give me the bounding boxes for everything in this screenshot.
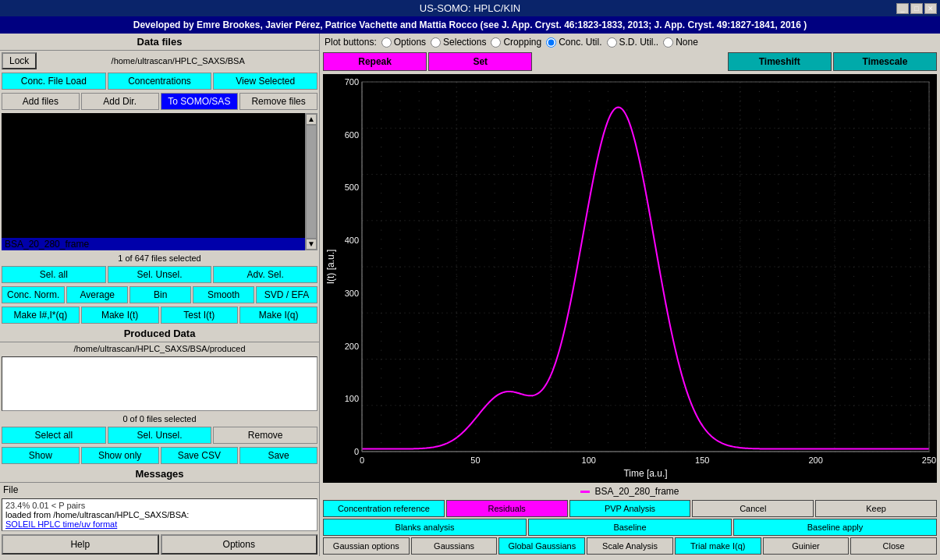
show-only-button[interactable]: Show only: [81, 447, 159, 464]
make-iq-button[interactable]: Make I(q): [239, 307, 317, 324]
baseline-button[interactable]: Baseline: [528, 519, 732, 536]
test-it-button[interactable]: Test I(t): [161, 307, 239, 324]
radio-none: None: [663, 37, 698, 48]
options-button[interactable]: Options: [161, 534, 318, 555]
concentrations-button[interactable]: Concentrations: [108, 73, 212, 90]
make-it-button[interactable]: Make I(t): [81, 307, 159, 324]
save-button[interactable]: Save: [239, 447, 317, 464]
conc-view-row: Conc. File Load Concentrations View Sele…: [0, 71, 319, 91]
cancel-button[interactable]: Cancel: [692, 500, 814, 517]
bin-button[interactable]: Bin: [129, 286, 191, 303]
message-line: SOLEIL HPLC time/uv format: [5, 519, 314, 529]
radio-options-input[interactable]: [381, 37, 392, 48]
global-gaussians-button[interactable]: Global Gaussians: [498, 537, 585, 555]
timescale-button[interactable]: Timescale: [833, 52, 937, 71]
file-item[interactable]: BSA_20_HPLC__lt_q0_171583-bi-0_114737-0s: [2, 126, 305, 138]
file-item[interactable]: BSA_20_HPLC__lt_q0_176367-bi-0_311039-0s: [2, 200, 305, 213]
conc-norm-button[interactable]: Conc. Norm.: [2, 286, 65, 303]
radio-options-label: Options: [394, 37, 426, 48]
produced-btns-row1: Select all Sel. Unsel. Remove: [0, 425, 319, 445]
close-button[interactable]: Close: [850, 537, 937, 555]
data-files-header: Data files: [0, 34, 319, 51]
make-i-hash-button[interactable]: Make I#,I*(q): [2, 307, 80, 324]
radio-conc-util-input[interactable]: [546, 37, 556, 48]
make-row: Make I#,I*(q) Make I(t) Test I(t) Make I…: [0, 305, 319, 325]
view-selected-button[interactable]: View Selected: [213, 73, 317, 90]
file-item[interactable]: BSA_20_HPLC__lt_q0_171079-bi-0_281512-0s: [2, 113, 305, 126]
chart-canvas: [323, 74, 937, 483]
file-item[interactable]: BSA_20_HPLC__lt_q0_175863-bi-0_13646-0s: [2, 188, 305, 200]
radio-options: Options: [381, 37, 426, 48]
radio-none-input[interactable]: [663, 37, 673, 48]
data-path: /home/ultrascan/HPLC_SAXS/BSA: [38, 56, 317, 66]
file-item[interactable]: BSA_20_HPLC__lt_q0_173345-bi-0_843001-0s: [2, 163, 305, 175]
scroll-down-arrow[interactable]: ▼: [306, 239, 317, 250]
trial-make-iq-button[interactable]: Trial make I(q): [675, 537, 761, 555]
file-item[interactable]: BSA_20_HPLC__lt_q0_17536-bi-0_5245-0s: [2, 175, 305, 188]
files-count: 1 of 647 files selected: [0, 252, 319, 264]
timeshift-button[interactable]: Timeshift: [728, 52, 832, 71]
file-item[interactable]: BSA_20_HPLC__lt_q0_177374-bi-0_408367-0s: [2, 213, 305, 225]
residuals-button[interactable]: Residuals: [446, 500, 568, 517]
scroll-thumb[interactable]: [306, 125, 317, 239]
sel-unsel-button[interactable]: Sel. Unsel.: [108, 266, 212, 283]
file-item[interactable]: BSA_20_HPLC__lt_q0_183417-bi-0_559613-0s: [2, 225, 305, 238]
adv-sel-button[interactable]: Adv. Sel.: [213, 266, 317, 283]
minimize-button[interactable]: _: [896, 3, 909, 14]
add-files-button[interactable]: Add files: [2, 93, 80, 110]
produced-data-header: Produced Data: [0, 325, 319, 342]
radio-conc-util: Conc. Util.: [546, 37, 601, 48]
radio-cropping-input[interactable]: [491, 37, 501, 48]
gaussian-options-button[interactable]: Gaussian options: [323, 537, 410, 555]
bottom-row-1: Concentration reference Residuals PVP An…: [323, 500, 937, 517]
file-menu[interactable]: File: [0, 483, 319, 497]
average-button[interactable]: Average: [66, 286, 128, 303]
left-panel: Data files Lock /home/ultrascan/HPLC_SAX…: [0, 34, 320, 556]
radio-cropping-label: Cropping: [503, 37, 541, 48]
save-csv-button[interactable]: Save CSV: [161, 447, 239, 464]
add-files-row: Add files Add Dir. To SOMO/SAS Remove fi…: [0, 91, 319, 112]
concentration-reference-button[interactable]: Concentration reference: [323, 500, 445, 517]
svd-efa-button[interactable]: SVD / EFA: [256, 286, 317, 303]
smooth-button[interactable]: Smooth: [193, 286, 254, 303]
select-all-button[interactable]: Select all: [2, 427, 106, 444]
file-item[interactable]: BSA_20_HPLC__lt_q0_171835-bi-0_0797783-0…: [2, 138, 305, 151]
radio-none-label: None: [676, 37, 698, 48]
remove-files-button[interactable]: Remove files: [239, 93, 317, 110]
blanks-analysis-button[interactable]: Blanks analysis: [323, 519, 527, 536]
file-scrollbar[interactable]: ▲ ▼: [305, 113, 317, 250]
add-dir-button[interactable]: Add Dir.: [81, 93, 159, 110]
produced-files-count: 0 of 0 files selected: [0, 413, 319, 425]
repeak-button[interactable]: Repeak: [323, 52, 427, 71]
produced-data-list[interactable]: [2, 356, 317, 411]
file-item[interactable]: BSA_20_HPLC__lt_q0_172842-bi-0_885148-0s: [2, 151, 305, 163]
to-somo-sas-button[interactable]: To SOMO/SAS: [161, 93, 239, 110]
pvp-analysis-button[interactable]: PVP Analysis: [569, 500, 691, 517]
baseline-apply-button[interactable]: Baseline apply: [733, 519, 937, 536]
sel-unsel2-button[interactable]: Sel. Unsel.: [108, 427, 212, 444]
radio-selections-label: Selections: [443, 37, 486, 48]
conc-file-load-button[interactable]: Conc. File Load: [2, 73, 106, 90]
lock-button[interactable]: Lock: [2, 52, 37, 69]
show-button[interactable]: Show: [2, 447, 80, 464]
file-item[interactable]: BSA_20_280_frame: [2, 238, 305, 250]
help-button[interactable]: Help: [2, 534, 159, 555]
file-list[interactable]: BSA_20_HPLC__lt_q0_171079-bi-0_281512-0s…: [2, 113, 305, 250]
set-button[interactable]: Set: [428, 52, 532, 71]
radio-sd-util-input[interactable]: [607, 37, 617, 48]
scroll-up-arrow[interactable]: ▲: [306, 114, 317, 125]
bottom-row-3: Gaussian options Gaussians Global Gaussi…: [323, 537, 937, 555]
gaussians-button[interactable]: Gaussians: [411, 537, 498, 555]
radio-selections-input[interactable]: [431, 37, 441, 48]
legend-color-dot: [580, 491, 590, 493]
guinier-button[interactable]: Guinier: [763, 537, 850, 555]
sel-all-button[interactable]: Sel. all: [2, 266, 106, 283]
messages-area: 23.4% 0.01 < P pairsloaded from /home/ul…: [2, 498, 317, 531]
restore-button[interactable]: □: [910, 3, 923, 14]
scale-analysis-button[interactable]: Scale Analysis: [587, 537, 673, 555]
close-button[interactable]: ✕: [924, 3, 937, 14]
title-bar: US-SOMO: HPLC/KIN _ □ ✕: [0, 0, 940, 16]
keep-button[interactable]: Keep: [815, 500, 937, 517]
remove-button[interactable]: Remove: [213, 427, 317, 444]
radio-sd-util: S.D. Util..: [607, 37, 659, 48]
